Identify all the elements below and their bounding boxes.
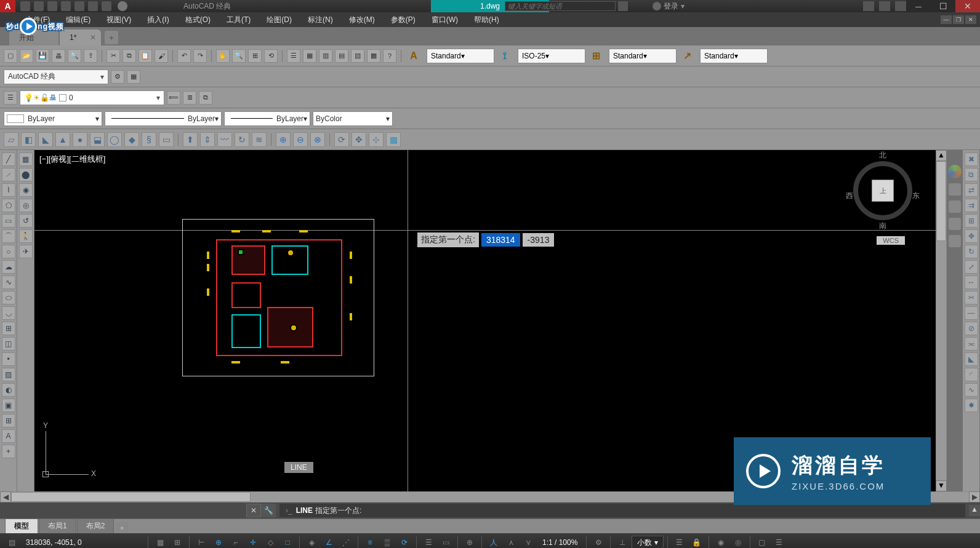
ducs-toggle[interactable]: ⋰	[338, 535, 354, 548]
blend-icon[interactable]: ∿	[965, 383, 978, 397]
color-dropdown[interactable]: ByLayer▾	[4, 111, 102, 126]
sphere-icon[interactable]: ●	[73, 132, 87, 147]
loft-icon[interactable]: ≋	[252, 132, 267, 147]
transparency-toggle[interactable]: ▒	[379, 535, 395, 548]
tablestyle-dropdown[interactable]: Standard▾	[609, 49, 677, 63]
units-dropdown[interactable]: 小数 ▾	[632, 536, 663, 549]
cont-orbit-icon[interactable]: ◎	[19, 199, 33, 212]
annoscale-icon[interactable]: 人	[486, 535, 502, 548]
quickprops-icon[interactable]: ☰	[672, 535, 688, 548]
cut-icon[interactable]: ✂	[106, 49, 120, 63]
region-icon[interactable]: ▣	[2, 399, 15, 412]
layer-iso-icon[interactable]: ⧉	[199, 91, 212, 105]
nav-showmotion-icon[interactable]	[949, 235, 961, 247]
publish-icon[interactable]: ⇪	[84, 49, 97, 63]
maximize-button[interactable]	[931, 0, 955, 12]
3dalign-icon[interactable]: ⊹	[369, 132, 384, 147]
ws-switch-icon[interactable]: ⚙	[590, 535, 606, 548]
minimize-button[interactable]	[906, 0, 931, 12]
workspace-dropdown[interactable]: AutoCAD 经典▾	[4, 69, 108, 84]
addselect-icon[interactable]: +	[2, 445, 15, 458]
workspace-gear-icon[interactable]	[118, 1, 127, 11]
viewcube[interactable]: 北 西 上 东 南	[853, 161, 912, 220]
cylinder-icon[interactable]: ⬓	[90, 132, 105, 147]
sheetset-icon[interactable]: ▤	[335, 49, 348, 63]
dyn-x-field[interactable]: 318314	[481, 233, 520, 247]
iso-toggle[interactable]: ◇	[262, 535, 278, 548]
menu-tools[interactable]: 工具(T)	[219, 14, 258, 26]
polygon-icon[interactable]: ⬠	[2, 199, 15, 212]
selection-cycle-toggle[interactable]: ⟳	[396, 535, 412, 548]
menu-help[interactable]: 帮助(H)	[467, 14, 507, 26]
walk-icon[interactable]: 🚶	[19, 229, 33, 243]
dimstyle-icon[interactable]: ⟟	[497, 49, 513, 63]
qat-redo-icon[interactable]	[102, 1, 111, 11]
undo-icon[interactable]: ↶	[177, 49, 191, 63]
section-icon[interactable]: ▦	[386, 132, 401, 147]
textstyle-dropdown[interactable]: Standard▾	[427, 49, 494, 63]
qp-toggle[interactable]: ☰	[420, 535, 436, 548]
xline-icon[interactable]: ⟋	[2, 168, 15, 181]
3drotate-icon[interactable]: ⟳	[334, 132, 349, 147]
rotate-icon[interactable]: ↻	[965, 245, 978, 258]
customize-status-icon[interactable]: ☰	[771, 535, 787, 548]
chamfer-icon[interactable]: ◣	[965, 352, 978, 366]
menu-view[interactable]: 视图(V)	[99, 14, 139, 26]
sweep-icon[interactable]: 〰	[217, 132, 232, 147]
paste-icon[interactable]: 📋	[139, 49, 152, 63]
exchange-icon[interactable]	[863, 1, 874, 11]
menu-modify[interactable]: 修改(M)	[342, 14, 382, 26]
move-icon[interactable]: ✥	[965, 229, 978, 243]
ortho-toggle[interactable]: ⌐	[228, 535, 244, 548]
qat-plot-icon[interactable]	[74, 1, 84, 11]
tab-close-icon[interactable]: ✕	[90, 33, 96, 42]
search-input[interactable]	[505, 1, 616, 11]
pan-icon[interactable]: ✋	[216, 49, 230, 63]
scale-icon[interactable]: ⤢	[965, 260, 978, 274]
osnap-toggle[interactable]: □	[279, 535, 295, 548]
table-icon[interactable]: ⊞	[2, 414, 15, 427]
annotation-scale[interactable]: 1:1 / 100%	[537, 538, 582, 547]
menu-parametric[interactable]: 参数(P)	[384, 14, 423, 26]
cmd-customize-icon[interactable]: 🔧	[261, 504, 276, 517]
copy-icon[interactable]: ⧉	[122, 49, 136, 63]
docwin-restore-icon[interactable]: ❐	[953, 15, 964, 24]
view-label[interactable]: [−][俯视][二维线框]	[39, 154, 105, 165]
box-icon[interactable]: ◧	[21, 132, 36, 147]
insert-icon[interactable]: ⊞	[2, 322, 15, 335]
copyobj-icon[interactable]: ⧉	[965, 168, 978, 181]
dimstyle-dropdown[interactable]: ISO-25▾	[518, 49, 585, 63]
mleaderstyle-dropdown[interactable]: Standard▾	[700, 49, 768, 63]
app-logo[interactable]: A	[0, 0, 15, 12]
help-icon[interactable]	[895, 1, 906, 11]
tablestyle-icon[interactable]: ⊞	[588, 49, 604, 63]
swivel-icon[interactable]: ↺	[19, 214, 33, 228]
layout-model[interactable]: 模型	[5, 518, 38, 533]
hatch-icon[interactable]: ▨	[2, 368, 15, 381]
textstyle-icon[interactable]: A	[406, 49, 422, 63]
fillet-icon[interactable]: ◜	[965, 368, 978, 381]
viewcube-top[interactable]: 上	[872, 180, 894, 202]
torus-icon[interactable]: ◯	[107, 132, 122, 147]
mtext-icon[interactable]: A	[2, 429, 15, 443]
properties-icon[interactable]: ☰	[287, 49, 300, 63]
lockui-icon[interactable]: 🔒	[689, 535, 705, 548]
array-icon[interactable]: ⊞	[965, 214, 978, 228]
command-line[interactable]: ›_ LINE 指定第一个点:	[279, 504, 965, 517]
plotstyle-dropdown[interactable]: ByColor▾	[313, 111, 393, 126]
join-icon[interactable]: ⫘	[965, 337, 978, 351]
rectangle-icon[interactable]: ▭	[2, 214, 15, 228]
close-button[interactable]	[955, 0, 980, 12]
layer-manager-icon[interactable]: ☰	[4, 91, 17, 105]
grid-toggle[interactable]: ▦	[152, 535, 168, 548]
hardware-accel-icon[interactable]: ◉	[713, 535, 729, 548]
steering-wheel-icon[interactable]	[948, 165, 962, 178]
zoom-prev-icon[interactable]: ⟲	[264, 49, 278, 63]
dyn-y-field[interactable]: -3913	[523, 233, 555, 247]
designcenter-icon[interactable]: ▦	[303, 49, 316, 63]
tab-document[interactable]: 1*✕	[60, 30, 101, 46]
hsb-left-icon[interactable]: ◀	[0, 491, 11, 502]
offset-icon[interactable]: ⇉	[965, 199, 978, 212]
arc-icon[interactable]: ⌒	[2, 229, 15, 243]
markup-icon[interactable]: ▧	[351, 49, 364, 63]
